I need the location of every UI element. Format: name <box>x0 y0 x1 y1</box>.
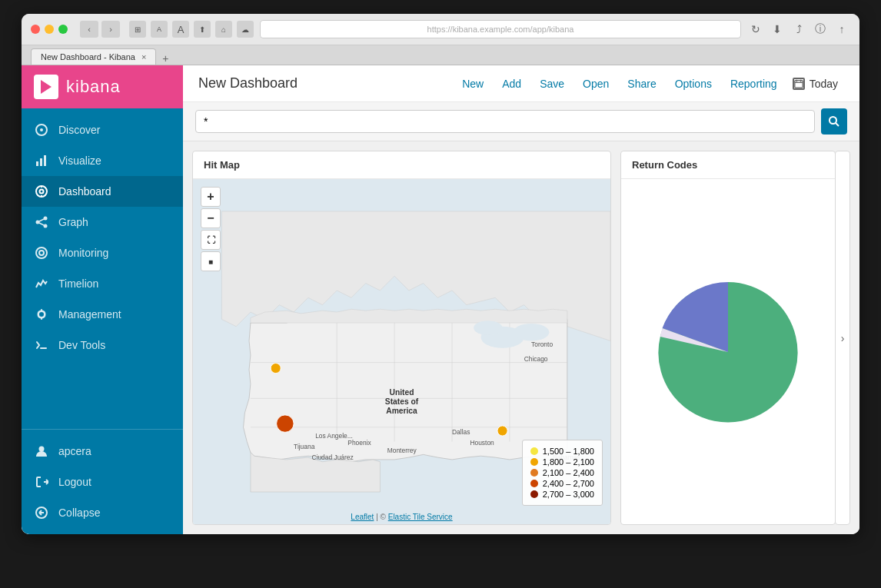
zoom-in-button[interactable]: + <box>201 187 221 207</box>
svg-text:United: United <box>390 388 414 397</box>
map-attribution: Leaflet | © Elastic Tile Service <box>351 513 452 521</box>
select-box-button[interactable]: ■ <box>201 251 221 271</box>
svg-point-52 <box>497 426 507 436</box>
calendar-icon <box>793 78 805 90</box>
returncodes-title: Return Codes <box>632 159 697 171</box>
monitoring-label: Monitoring <box>58 247 108 259</box>
save-button[interactable]: Save <box>530 71 573 96</box>
legend-label-2: 1,800 – 2,100 <box>543 457 594 467</box>
collapse-panel[interactable]: › <box>835 151 850 525</box>
share-icon[interactable]: ⤴ <box>790 21 807 38</box>
new-button[interactable]: New <box>453 71 493 96</box>
sidebar-item-monitoring[interactable]: Monitoring <box>22 238 183 268</box>
svg-line-14 <box>39 223 44 225</box>
sidebar-item-collapse[interactable]: Collapse <box>22 497 183 528</box>
user-label: apcera <box>58 445 91 457</box>
user-icon <box>34 443 49 459</box>
hitmap-header: Hit Map <box>193 151 610 179</box>
svg-text:Houston: Houston <box>470 439 494 447</box>
new-tab-button[interactable]: + <box>162 52 168 65</box>
visualize-icon <box>34 153 49 168</box>
sidebar-item-devtools[interactable]: Dev Tools <box>22 330 183 360</box>
sidebar-item-logout[interactable]: Logout <box>22 467 183 497</box>
management-icon <box>34 307 49 322</box>
refresh-button[interactable]: ↻ <box>747 21 764 38</box>
leaflet-link[interactable]: Leaflet <box>351 513 374 521</box>
svg-text:America: America <box>386 407 417 415</box>
monitoring-icon <box>34 245 49 261</box>
search-input[interactable] <box>195 110 815 133</box>
nav-up-icon[interactable]: ⬆ <box>194 21 211 38</box>
sidebar-item-graph[interactable]: Graph <box>22 207 183 238</box>
active-tab[interactable]: New Dashboard - Kibana × <box>31 48 156 65</box>
open-button[interactable]: Open <box>573 71 618 96</box>
sidebar-item-dashboard[interactable]: Dashboard <box>22 176 183 207</box>
legend-label-3: 2,100 – 2,400 <box>543 468 594 477</box>
reporting-button[interactable]: Reporting <box>721 71 786 96</box>
sidebar-item-timelion[interactable]: Timelion <box>22 268 183 299</box>
tiles-link[interactable]: Elastic Tile Service <box>388 513 453 521</box>
today-button[interactable]: Today <box>786 75 844 93</box>
extensions-icon[interactable]: ↑ <box>833 21 850 38</box>
maximize-button[interactable] <box>58 25 68 34</box>
back-button[interactable]: ‹ <box>80 21 98 38</box>
add-button[interactable]: Add <box>493 71 530 96</box>
svg-point-2 <box>40 128 43 131</box>
sidebar-item-visualize[interactable]: Visualize <box>22 145 183 176</box>
share-button[interactable]: Share <box>618 71 665 96</box>
forward-button[interactable]: › <box>101 21 120 38</box>
map-legend: 1,500 – 1,800 1,800 – 2,100 2,100 – 2,40… <box>522 440 603 506</box>
svg-line-24 <box>836 123 839 126</box>
graph-icon <box>34 214 49 230</box>
svg-rect-19 <box>794 80 802 87</box>
reader-view-icon[interactable]: ⊞ <box>129 21 146 38</box>
legend-color-1 <box>530 447 538 455</box>
sidebar-nav: Discover Visualize Dashboard <box>22 108 183 429</box>
options-button[interactable]: Options <box>666 71 721 96</box>
legend-color-4 <box>530 480 538 487</box>
legend-color-5 <box>530 490 538 498</box>
svg-marker-0 <box>41 80 52 94</box>
svg-text:Monterrey: Monterrey <box>387 447 417 454</box>
download-icon[interactable]: ⬇ <box>769 21 786 38</box>
svg-point-11 <box>44 217 48 221</box>
returncodes-panel: Return Codes <box>620 151 836 525</box>
legend-item-2: 1,800 – 2,100 <box>530 457 594 467</box>
management-label: Management <box>58 308 121 321</box>
search-button[interactable] <box>821 108 847 135</box>
svg-point-36 <box>474 321 502 335</box>
tab-close-icon[interactable]: × <box>141 52 146 61</box>
svg-text:Toronto: Toronto <box>531 341 553 348</box>
svg-point-7 <box>40 190 44 194</box>
address-text: https://kibana.example.com/app/kibana <box>267 25 734 34</box>
svg-rect-4 <box>40 158 42 166</box>
legend-item-1: 1,500 – 1,800 <box>530 447 594 456</box>
sidebar-item-discover[interactable]: Discover <box>22 115 183 145</box>
svg-point-23 <box>829 117 836 124</box>
close-button[interactable] <box>31 25 40 34</box>
collapse-chevron-icon: › <box>841 332 845 344</box>
graph-label: Graph <box>58 216 88 228</box>
sidebar-item-user[interactable]: apcera <box>22 436 183 467</box>
address-bar[interactable]: https://kibana.example.com/app/kibana <box>260 20 741 38</box>
font-large-icon[interactable]: A <box>172 21 189 38</box>
sidebar: kibana Discover Visualize <box>22 65 183 534</box>
font-small-icon[interactable]: A <box>151 21 168 38</box>
reset-view-button[interactable]: ⛶ <box>201 230 221 250</box>
discover-icon <box>34 122 49 138</box>
traffic-lights <box>31 25 68 34</box>
dashboard-area: Hit Map + − ⛶ ■ <box>183 141 859 534</box>
dashboard-title: New Dashboard <box>198 75 298 91</box>
zoom-out-button[interactable]: − <box>201 208 221 228</box>
discover-label: Discover <box>58 124 100 136</box>
visualize-label: Visualize <box>58 154 101 167</box>
tab-bar: New Dashboard - Kibana × + <box>22 45 859 65</box>
info-icon[interactable]: ⓘ <box>812 21 829 38</box>
cloud-icon[interactable]: ☁ <box>237 21 254 38</box>
sidebar-item-management[interactable]: Management <box>22 299 183 330</box>
minimize-button[interactable] <box>45 25 54 34</box>
devtools-label: Dev Tools <box>58 339 105 351</box>
legend-label-5: 2,700 – 3,000 <box>543 490 594 499</box>
collapse-label: Collapse <box>58 507 100 519</box>
home-icon[interactable]: ⌂ <box>215 21 232 38</box>
